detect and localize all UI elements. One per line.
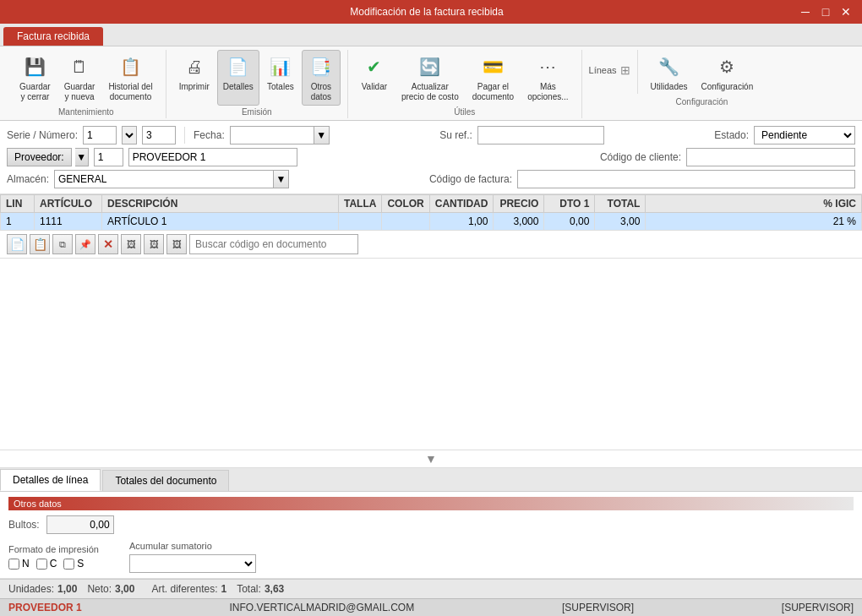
maximize-button[interactable]: □ — [816, 3, 835, 21]
proveedor-dropdown-button[interactable]: ▼ — [75, 148, 89, 166]
cell-talla — [339, 213, 382, 231]
ribbon-group-mostrar: ✔ Validar 🔄 Actualizarprecio de costo 💳 … — [348, 50, 582, 118]
utilidades-label: Utilidades — [651, 82, 688, 92]
almacen-label: Almacén: — [7, 173, 49, 185]
bultos-label: Bultos: — [8, 519, 40, 531]
su-ref-input[interactable] — [477, 126, 604, 144]
validar-button[interactable]: ✔ Validar — [355, 50, 394, 106]
bottom-panel: Otros datos Bultos: Formato de impresión… — [0, 492, 862, 579]
pagar-button[interactable]: 💳 Pagar eldocumento — [466, 50, 520, 106]
ribbon-group-utiles: 🔧 Utilidades ⚙ Configuración Configuraci… — [638, 50, 767, 108]
img3-button[interactable]: 🖼 — [166, 234, 187, 254]
new-row-button[interactable]: 📄 — [7, 234, 27, 254]
img1-button[interactable]: 🖼 — [121, 234, 141, 254]
totales-icon: 📊 — [267, 53, 294, 80]
almacen-input[interactable] — [54, 170, 274, 188]
status-bar: Unidades: 1,00 Neto: 3,00 Art. diferente… — [0, 579, 862, 598]
col-precio: PRECIO — [494, 195, 544, 213]
cell-igic: 21 % — [646, 213, 862, 231]
tab-totales-documento[interactable]: Totales del documento — [102, 470, 229, 491]
mantenimiento-label: Mantenimiento — [58, 107, 114, 118]
almacen-dropdown-button[interactable]: ▼ — [274, 170, 289, 188]
utilidades-button[interactable]: 🔧 Utilidades — [645, 50, 694, 95]
serie-select[interactable]: ▼ — [122, 126, 137, 144]
configuracion-label: Configuración — [701, 82, 754, 92]
historial-button[interactable]: 📋 Historial deldocumento — [102, 50, 158, 106]
detalles-label: Detalles — [223, 82, 254, 92]
emision-label: Emisión — [242, 107, 272, 118]
img2-button[interactable]: 🖼 — [144, 234, 164, 254]
configuracion-label: Configuración — [676, 97, 728, 108]
cell-articulo: 1111 — [35, 213, 102, 231]
copy-row-button[interactable]: 📋 — [30, 234, 50, 254]
imprimir-label: Imprimir — [179, 82, 210, 92]
form-area: Serie / Número: ▼ Fecha: ▼ Su ref.: Esta… — [0, 121, 862, 194]
otros-datos-button[interactable]: 📑 Otrosdatos — [302, 50, 341, 106]
total-value: 3,63 — [265, 583, 284, 595]
utilidades-icon: 🔧 — [656, 53, 683, 80]
actualizar-button[interactable]: 🔄 Actualizarprecio de costo — [396, 50, 465, 106]
title-bar: Modificación de la factura recibida ─ □ … — [0, 0, 862, 24]
bultos-input[interactable] — [46, 515, 114, 534]
checkbox-c-label: C — [50, 558, 57, 570]
minimize-button[interactable]: ─ — [796, 3, 815, 21]
scroll-indicator: ▼ — [0, 450, 862, 468]
totales-button[interactable]: 📊 Totales — [261, 50, 300, 106]
estado-label: Estado: — [714, 129, 749, 141]
ribbon-group-lineas: Líneas ⊞ — [582, 50, 638, 94]
unidades-item: Unidades: 1,00 Neto: 3,00 — [8, 583, 134, 595]
delete-row-button[interactable]: ✕ — [98, 234, 118, 254]
validar-label: Validar — [362, 82, 387, 92]
close-button[interactable]: ✕ — [837, 3, 855, 21]
acumular-select[interactable]: Opción 1 Opción 2 — [129, 554, 256, 573]
numero-input[interactable] — [142, 126, 176, 144]
mas-opciones-button[interactable]: ⋯ Másopciones... — [521, 50, 574, 106]
acumular-label: Acumular sumatorio — [129, 541, 256, 551]
proveedor-name-input[interactable] — [128, 148, 297, 166]
guardar-cerrar-button[interactable]: 💾 Guardary cerrar — [14, 50, 57, 106]
detalles-button[interactable]: 📄 Detalles — [217, 50, 259, 106]
guardar-nueva-button[interactable]: 🗒 Guardary nueva — [58, 50, 101, 106]
neto-value: 3,00 — [115, 583, 134, 595]
data-table: LIN ARTÍCULO DESCRIPCIÓN TALLA COLOR CAN… — [0, 194, 862, 231]
actualizar-label: Actualizarprecio de costo — [401, 82, 459, 102]
cell-dto1: 0,00 — [544, 213, 595, 231]
codigo-factura-label: Código de factura: — [429, 173, 512, 185]
tab-detalles-linea[interactable]: Detalles de línea — [0, 469, 101, 491]
imprimir-button[interactable]: 🖨 Imprimir — [173, 50, 216, 106]
table-header-row: LIN ARTÍCULO DESCRIPCIÓN TALLA COLOR CAN… — [1, 195, 862, 213]
otros-datos-section: Otros datos — [8, 497, 854, 510]
col-lin: LIN — [1, 195, 35, 213]
proveedor-id-input[interactable] — [94, 148, 123, 166]
codigo-factura-input[interactable] — [517, 170, 855, 188]
neto-label: Neto: — [87, 583, 112, 595]
table-row[interactable]: 1 1111 ARTÍCULO 1 1,00 3,000 0,00 3,00 2… — [1, 213, 862, 231]
paste-row-button[interactable]: 📌 — [75, 234, 95, 254]
serie-input[interactable] — [83, 126, 117, 144]
fecha-input[interactable] — [230, 126, 314, 144]
factura-recibida-tab[interactable]: Factura recibida — [3, 27, 103, 46]
checkbox-n[interactable] — [8, 559, 19, 570]
footer-supervisor1: [SUPERVISOR] — [562, 602, 634, 613]
serie-numero-label: Serie / Número: — [7, 129, 78, 141]
validar-icon: ✔ — [361, 53, 388, 80]
search-input[interactable] — [189, 234, 358, 254]
configuracion-button[interactable]: ⚙ Configuración — [696, 50, 760, 95]
table-toolbar: 📄 📋 ⧉ 📌 ✕ 🖼 🖼 🖼 — [0, 231, 862, 259]
ribbon-group-mantenimiento: 💾 Guardary cerrar 🗒 Guardary nueva 📋 His… — [7, 50, 166, 118]
unidades-label: Unidades: — [8, 583, 54, 595]
formato-impresion-label: Formato de impresión — [8, 544, 99, 554]
checkbox-c[interactable] — [36, 559, 47, 570]
historial-icon: 📋 — [117, 53, 145, 80]
col-dto1: DTO 1 — [544, 195, 595, 213]
proveedor-button[interactable]: Proveedor: — [7, 148, 72, 166]
estado-select[interactable]: Pendiente Pagado Cancelado — [754, 126, 855, 144]
historial-label: Historial deldocumento — [108, 82, 152, 102]
ribbon-group-emision: 🖨 Imprimir 📄 Detalles 📊 Totales 📑 Otrosd… — [166, 50, 348, 118]
fecha-calendar-button[interactable]: ▼ — [314, 126, 330, 144]
guardar-nueva-label: Guardary nueva — [64, 82, 95, 102]
copy-row2-button[interactable]: ⧉ — [52, 234, 73, 254]
col-color: COLOR — [382, 195, 429, 213]
checkbox-s[interactable] — [63, 559, 74, 570]
codigo-cliente-input[interactable] — [686, 148, 855, 166]
